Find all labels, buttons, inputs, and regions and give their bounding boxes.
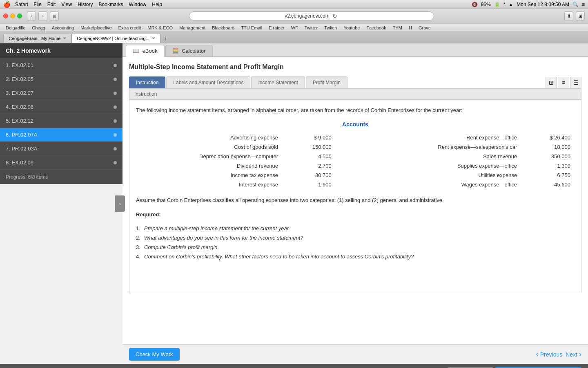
battery-icon: 🔋 (494, 2, 500, 7)
view-icon-table[interactable]: ≡ (558, 77, 569, 88)
tab-labels-amounts[interactable]: Labels and Amount Descriptions (166, 76, 250, 88)
required-item-2: Compute Corbin's profit margin. (144, 244, 219, 250)
sidebar-item-8[interactable]: 8. EX.02.09 (0, 156, 122, 170)
bookmark-marketplacelive[interactable]: Marketplacelive (78, 25, 114, 31)
menu-edit[interactable]: Edit (47, 2, 56, 7)
account-label2-2: Sales revenue (376, 152, 520, 161)
bookmark-ttu-email[interactable]: TTU Email (238, 25, 265, 31)
table-row: Dividend revenue 2,700 Supplies expense—… (137, 162, 574, 170)
view-icon-grid[interactable]: ⊞ (546, 77, 557, 88)
account-amount2-5: 45,600 (521, 180, 574, 189)
sidebar-dot-2 (114, 78, 117, 81)
table-row: Interest expense 1,900 Wages expense—off… (137, 180, 574, 189)
forward-button[interactable]: › (38, 11, 47, 20)
app-container: Ch. 2 Homework 1. EX.02.01 2. EX.02.05 3… (0, 43, 588, 364)
next-button[interactable]: Next › (566, 350, 581, 359)
sidebar-item-label-7: 7. PR.02.03A (6, 146, 37, 152)
browser-tab-0[interactable]: CengageBrain - My Home ✕ (3, 33, 71, 43)
menu-icon[interactable]: ≡ (582, 2, 585, 7)
previous-button[interactable]: ‹ Previous (536, 350, 562, 359)
bookmark-h[interactable]: H (406, 25, 414, 31)
instruction-header-label: Instruction (134, 91, 157, 97)
tool-tabs: 📖 eBook 🧮 Calculator (122, 43, 588, 57)
sidebar-item-label-6: 6. PR.02.07A (6, 132, 37, 138)
menu-file[interactable]: File (33, 2, 41, 7)
bookmark-accounting[interactable]: Accounting (49, 25, 76, 31)
search-icon[interactable]: 🔍 (572, 2, 579, 7)
tab-calculator[interactable]: 🧮 Calculator (165, 45, 213, 56)
sidebar-title: Ch. 2 Homework (6, 47, 51, 54)
sidebar-item-label-4: 4. EX.02.08 (6, 104, 33, 110)
new-tab-button[interactable]: + (160, 35, 170, 43)
bookmark-e-raider[interactable]: E raider (266, 25, 287, 31)
account-amount-3: 2,700 (282, 162, 335, 170)
view-icons: ⊞ ≡ ☰ (546, 77, 581, 88)
tab-close-0[interactable]: ✕ (63, 36, 66, 40)
bookmark-wf[interactable]: WF (289, 25, 301, 31)
table-row: Depreciation expense—computer 4,500 Sale… (137, 152, 574, 161)
account-amount-2: 4,500 (282, 152, 335, 161)
sidebar-toggle-btn[interactable]: ⊞ (50, 11, 59, 20)
account-label2-3: Supplies expense—office (376, 162, 520, 170)
bookmark-twitter[interactable]: Twitter (302, 25, 320, 31)
chevron-left-icon: ‹ (536, 350, 539, 359)
menu-history[interactable]: History (78, 2, 93, 7)
volume-icon: 🔇 (472, 2, 478, 7)
bookmark-facebook[interactable]: Facebook (364, 25, 388, 31)
accounts-link[interactable]: Accounts (342, 121, 368, 128)
maximize-window-btn[interactable] (17, 13, 22, 18)
sidebar-item-7[interactable]: 7. PR.02.03A (0, 142, 122, 156)
bookmark-youtube[interactable]: Youtube (341, 25, 362, 31)
bookmark-extra-credit[interactable]: Extra credit (116, 25, 144, 31)
menu-help[interactable]: Help (152, 2, 162, 7)
check-my-work-button[interactable]: Check My Work (129, 348, 180, 361)
back-button[interactable]: ‹ (27, 11, 36, 20)
bookmark-twitch[interactable]: Twitch (322, 25, 339, 31)
menubar-right-icons: 🔇 96% 🔋 * ▲ Mon Sep 12 8:09:50 AM 🔍 ≡ (472, 2, 585, 7)
sidebar-item-3[interactable]: 3. EX.02.07 (0, 86, 122, 100)
bookmark-grove[interactable]: Grove (416, 25, 433, 31)
browser-tab-bar: CengageBrain - My Home ✕ CengageNOWv2 | … (0, 32, 588, 43)
bookmark-blackboard[interactable]: Blackboard (209, 25, 237, 31)
calculator-label: Calculator (182, 48, 206, 54)
share-btn[interactable]: ⬆ (564, 11, 573, 20)
bookmark-tym[interactable]: TYM (390, 25, 405, 31)
bookmark-management[interactable]: Management (177, 25, 208, 31)
browser-chrome: ‹ › ⊞ v2.cengagenow.com ↻ ⬆ ⊞ (0, 9, 588, 24)
tab-profit-margin[interactable]: Profit Margin (306, 76, 347, 88)
bookmark-mrk-eco[interactable]: MRK & ECO (145, 25, 175, 31)
instruction-body: The following income statement items, ar… (129, 100, 581, 269)
sidebar-item-4[interactable]: 4. EX.02.08 (0, 100, 122, 114)
sidebar-collapse-btn[interactable]: ‹ (115, 195, 125, 212)
intro-text: The following income statement items, ar… (136, 106, 575, 114)
tab-instruction[interactable]: Instruction (129, 76, 165, 88)
bookmark-delgadillo[interactable]: Delgadillo (3, 25, 28, 31)
sidebar-item-2[interactable]: 2. EX.02.05 (0, 72, 122, 86)
bookmark-chegg[interactable]: Chegg (29, 25, 47, 31)
tab-income-statement-label: Income Statement (258, 80, 298, 85)
close-window-btn[interactable] (3, 13, 8, 18)
sidebar-item-1[interactable]: 1. EX.02.01 (0, 58, 122, 72)
list-item: 3. Compute Corbin's profit margin. (136, 244, 575, 250)
url-bar[interactable]: v2.cengagenow.com ↻ (189, 11, 434, 20)
account-amount-0: $ 9,000 (282, 133, 335, 142)
sidebar-item-5[interactable]: 5. EX.02.12 (0, 114, 122, 128)
minimize-window-btn[interactable] (10, 13, 15, 18)
refresh-btn[interactable]: ↻ (331, 12, 339, 20)
tab-close-1[interactable]: ✕ (152, 36, 155, 40)
ebook-label: eBook (143, 48, 158, 54)
account-label-3: Dividend revenue (137, 162, 281, 170)
menu-safari[interactable]: Safari (15, 2, 28, 7)
menu-bookmarks[interactable]: Bookmarks (99, 2, 123, 7)
account-label-4: Income tax expense (137, 171, 281, 180)
view-icon-list[interactable]: ☰ (570, 77, 581, 88)
tab-ebook[interactable]: 📖 eBook (126, 45, 165, 57)
new-tab-btn[interactable]: ⊞ (576, 11, 585, 20)
apple-icon[interactable]: 🍎 (3, 1, 10, 8)
sidebar-item-6[interactable]: 6. PR.02.07A (0, 128, 122, 142)
browser-tab-1[interactable]: CengageNOWv2 | Online teaching... ✕ (71, 33, 160, 43)
menu-view[interactable]: View (61, 2, 72, 7)
menu-window[interactable]: Window (129, 2, 147, 7)
tab-income-statement[interactable]: Income Statement (251, 76, 305, 88)
sidebar-dot-3 (114, 92, 117, 95)
